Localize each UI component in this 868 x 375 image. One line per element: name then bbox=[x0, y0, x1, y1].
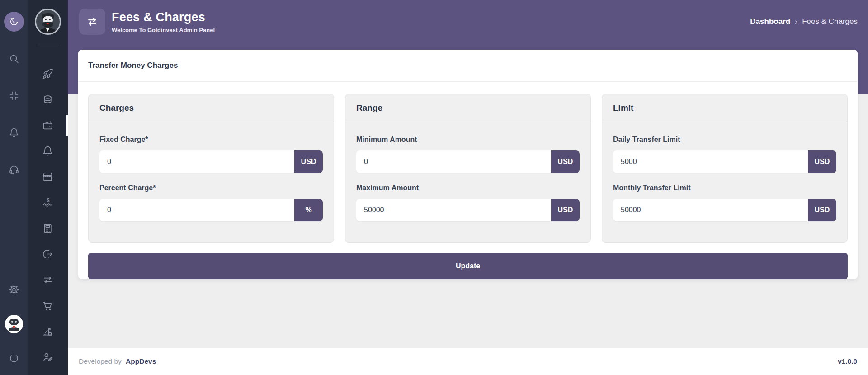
input-group: USD bbox=[613, 150, 836, 173]
field-label: Minimum Amount bbox=[356, 136, 580, 144]
bell-icon bbox=[42, 145, 53, 157]
sidebar-item-money[interactable]: $ bbox=[38, 192, 58, 212]
field-label: Maximum Amount bbox=[356, 184, 580, 192]
user-edit-icon bbox=[42, 352, 53, 363]
user-avatar[interactable] bbox=[5, 315, 23, 333]
field-fixed-charge: Fixed Charge* USD bbox=[99, 136, 323, 173]
transfer-charges-card: Transfer Money Charges Charges Fixed Cha… bbox=[78, 50, 858, 279]
mascot-mouth bbox=[47, 23, 49, 24]
profile-avatar[interactable] bbox=[35, 9, 61, 35]
sidebar-item-wallet[interactable] bbox=[38, 115, 58, 135]
currency-addon: USD bbox=[551, 150, 580, 173]
developed-by-text: Developed by bbox=[79, 357, 122, 365]
panel-body: Minimum Amount USD Maximum Amount USD bbox=[345, 122, 590, 242]
version-label: v1.0.0 bbox=[838, 357, 857, 366]
input-group: USD bbox=[99, 150, 323, 173]
field-minimum-amount: Minimum Amount USD bbox=[356, 136, 580, 173]
dark-mode-toggle[interactable] bbox=[4, 12, 24, 32]
wallet-icon bbox=[42, 120, 53, 131]
bell-icon[interactable] bbox=[4, 123, 24, 143]
input-group: % bbox=[99, 199, 323, 221]
mascot-eye bbox=[11, 321, 13, 323]
charges-panel: Charges Fixed Charge* USD Percent Charge… bbox=[88, 94, 334, 243]
breadcrumb-dashboard[interactable]: Dashboard bbox=[750, 17, 790, 26]
headset-icon[interactable] bbox=[4, 160, 24, 180]
sidebar-toggle-button[interactable] bbox=[79, 9, 105, 35]
title-wrap: Fees & Charges Welcome To Goldinvest Adm… bbox=[79, 9, 215, 35]
sidebar-item-store[interactable] bbox=[38, 167, 58, 187]
mascot-bow bbox=[13, 326, 15, 328]
footer-left: Developed by AppDevs bbox=[79, 357, 156, 366]
currency-addon: USD bbox=[808, 150, 836, 173]
app-root: $ bbox=[0, 0, 868, 375]
breadcrumb: Dashboard › Fees & Charges bbox=[750, 17, 858, 27]
sidebar-item-user[interactable] bbox=[38, 373, 58, 375]
mascot-body bbox=[9, 327, 19, 331]
mascot-eye bbox=[45, 19, 47, 20]
maximum-amount-input[interactable] bbox=[356, 199, 551, 221]
gear-icon[interactable] bbox=[4, 280, 24, 300]
sidebar-item-user-edit[interactable] bbox=[38, 347, 58, 367]
sidebar-item-calculator[interactable] bbox=[38, 218, 58, 238]
limit-panel: Limit Daily Transfer Limit USD Monthly T… bbox=[602, 94, 848, 243]
field-percent-charge: Percent Charge* % bbox=[99, 184, 323, 221]
field-label: Percent Charge* bbox=[99, 184, 323, 192]
percent-addon: % bbox=[294, 199, 323, 221]
sidebar-item-coins[interactable] bbox=[38, 89, 58, 109]
sidebar-item-transfer[interactable] bbox=[38, 270, 58, 290]
currency-addon: USD bbox=[551, 199, 580, 221]
mascot-hair bbox=[9, 319, 19, 325]
logout-icon bbox=[42, 248, 53, 260]
field-label: Monthly Transfer Limit bbox=[613, 184, 836, 192]
moon-icon bbox=[9, 17, 19, 27]
compress-icon[interactable] bbox=[4, 86, 24, 106]
cart-icon bbox=[42, 300, 53, 311]
daily-transfer-limit-input[interactable] bbox=[613, 150, 808, 173]
currency-addon: USD bbox=[808, 199, 836, 221]
panel-title: Limit bbox=[602, 94, 847, 122]
mascot-eye bbox=[49, 19, 51, 20]
input-group: USD bbox=[356, 199, 580, 221]
store-icon bbox=[42, 171, 53, 183]
page-header: Fees & Charges Welcome To Goldinvest Adm… bbox=[68, 0, 868, 43]
calculator-icon bbox=[42, 223, 53, 234]
panel-row: Charges Fixed Charge* USD Percent Charge… bbox=[78, 82, 858, 243]
sidebar-item-rocket[interactable] bbox=[38, 64, 58, 84]
exchange-icon bbox=[86, 16, 98, 28]
power-icon[interactable] bbox=[4, 348, 24, 368]
field-label: Daily Transfer Limit bbox=[613, 136, 836, 144]
search-icon[interactable] bbox=[4, 49, 24, 69]
field-maximum-amount: Maximum Amount USD bbox=[356, 184, 580, 221]
main-area: Fees & Charges Welcome To Goldinvest Adm… bbox=[68, 0, 868, 375]
mascot-beard bbox=[42, 22, 53, 28]
appdevs-link[interactable]: AppDevs bbox=[126, 357, 156, 365]
monthly-transfer-limit-input[interactable] bbox=[613, 199, 808, 221]
card-title: Transfer Money Charges bbox=[78, 50, 858, 82]
icon-rail bbox=[0, 0, 28, 375]
fixed-charge-input[interactable] bbox=[99, 150, 294, 173]
field-monthly-limit: Monthly Transfer Limit USD bbox=[613, 184, 836, 221]
level-icon bbox=[42, 326, 53, 337]
sidebar-menu: $ bbox=[28, 0, 68, 375]
update-button[interactable]: Update bbox=[88, 253, 848, 279]
minimum-amount-input[interactable] bbox=[356, 150, 551, 173]
page-subtitle: Welcome To Goldinvest Admin Panel bbox=[112, 27, 215, 33]
exchange-icon bbox=[42, 274, 53, 286]
panel-title: Range bbox=[345, 94, 590, 122]
money-wave-icon: $ bbox=[42, 197, 53, 208]
breadcrumb-current: Fees & Charges bbox=[802, 17, 858, 26]
sidebar-item-cart[interactable] bbox=[38, 295, 58, 315]
sidebar-item-level[interactable] bbox=[38, 321, 58, 341]
page-title: Fees & Charges bbox=[112, 10, 215, 24]
sidebar-item-notifications[interactable] bbox=[38, 141, 58, 161]
page-titles: Fees & Charges Welcome To Goldinvest Adm… bbox=[112, 10, 215, 33]
sidebar-item-logout[interactable] bbox=[38, 244, 58, 264]
menu-list: $ bbox=[38, 58, 58, 375]
menu-divider bbox=[38, 45, 58, 45]
mascot-eye bbox=[15, 321, 17, 323]
range-panel: Range Minimum Amount USD Maximum Amount bbox=[345, 94, 591, 243]
field-daily-limit: Daily Transfer Limit USD bbox=[613, 136, 836, 173]
percent-charge-input[interactable] bbox=[99, 199, 294, 221]
panel-body: Fixed Charge* USD Percent Charge* % bbox=[89, 122, 334, 242]
input-group: USD bbox=[613, 199, 836, 221]
